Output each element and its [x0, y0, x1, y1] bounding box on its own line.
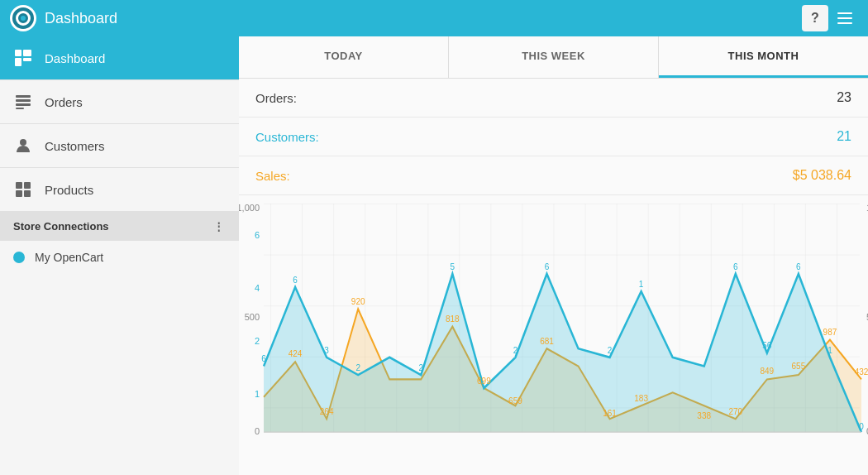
svg-text:56: 56	[762, 341, 771, 350]
svg-text:659: 659	[508, 396, 522, 405]
svg-text:699: 699	[477, 376, 491, 385]
svg-text:0: 0	[255, 426, 260, 436]
svg-text:818: 818	[446, 314, 460, 324]
svg-text:1: 1	[255, 388, 260, 398]
app-title: Dashboard	[45, 10, 802, 27]
customers-label: Customers:	[255, 130, 319, 144]
svg-point-11	[20, 139, 26, 146]
svg-text:5: 5	[451, 261, 455, 271]
svg-text:1: 1	[827, 345, 832, 354]
tab-this-month[interactable]: THIS MONTH	[659, 36, 868, 78]
svg-rect-7	[16, 95, 31, 98]
svg-text:183: 183	[634, 394, 648, 403]
stats-section: Orders: 23 Customers: 21 Sales: $5 038.6…	[239, 79, 868, 195]
svg-rect-0	[837, 12, 852, 14]
svg-text:849: 849	[760, 367, 774, 376]
svg-text:424: 424	[289, 349, 303, 358]
dashboard-icon	[13, 48, 33, 68]
menu-button[interactable]	[832, 5, 858, 31]
store-dot	[13, 252, 25, 263]
svg-text:6: 6	[255, 230, 260, 240]
tab-today[interactable]: TODAY	[239, 36, 449, 78]
svg-text:6: 6	[733, 261, 738, 271]
svg-rect-15	[24, 190, 31, 197]
title-bar: Dashboard ?	[0, 0, 868, 36]
svg-text:500: 500	[245, 312, 260, 322]
orders-label: Orders:	[255, 91, 297, 105]
svg-rect-14	[16, 190, 22, 197]
svg-text:6: 6	[293, 275, 298, 284]
svg-text:0: 0	[859, 422, 864, 431]
svg-text:681: 681	[540, 337, 554, 346]
svg-rect-10	[16, 108, 24, 109]
svg-rect-5	[15, 58, 21, 66]
store-connections-label: Store Connections	[13, 220, 109, 233]
sidebar-item-products[interactable]: Products	[0, 168, 239, 212]
svg-text:6: 6	[796, 261, 801, 271]
store-connections-header: Store Connections ⋮	[0, 212, 239, 241]
sidebar-products-label: Products	[45, 183, 93, 197]
svg-text:161: 161	[603, 409, 617, 418]
sales-value: $5 038.64	[793, 168, 851, 183]
store-item-label: My OpenCart	[35, 251, 103, 264]
sidebar-item-orders[interactable]: Orders	[0, 80, 239, 124]
sales-stat-row: Sales: $5 038.64	[239, 156, 868, 195]
svg-rect-1	[837, 17, 852, 19]
sidebar-item-customers[interactable]: Customers	[0, 124, 239, 168]
svg-text:432: 432	[855, 367, 868, 377]
svg-text:2: 2	[513, 345, 518, 354]
store-connections-menu[interactable]: ⋮	[213, 220, 226, 233]
chart-area: 1,000 500 0 6 4 2 1 424 264 920	[239, 195, 868, 475]
sales-label: Sales:	[255, 169, 290, 183]
svg-text:655: 655	[792, 361, 806, 370]
svg-text:1,000: 1,000	[239, 204, 260, 213]
svg-rect-2	[837, 22, 852, 24]
svg-rect-3	[15, 50, 21, 56]
svg-text:6: 6	[261, 354, 266, 363]
svg-rect-6	[23, 58, 31, 61]
main-layout: Dashboard Orders Customers	[0, 36, 868, 475]
content-area: TODAY THIS WEEK THIS MONTH Orders: 23 Cu…	[239, 36, 868, 475]
svg-text:920: 920	[351, 297, 365, 306]
svg-text:270: 270	[728, 407, 742, 416]
svg-rect-13	[24, 182, 31, 189]
store-item-opencart[interactable]: My OpenCart	[0, 241, 239, 274]
svg-text:1: 1	[639, 280, 644, 289]
logo-dot	[21, 16, 26, 21]
svg-text:264: 264	[320, 407, 334, 416]
svg-text:2: 2	[255, 336, 260, 346]
svg-rect-12	[16, 182, 22, 189]
svg-text:3: 3	[324, 345, 329, 354]
orders-stat-row: Orders: 23	[239, 79, 868, 118]
sidebar-item-dashboard[interactable]: Dashboard	[0, 36, 239, 80]
svg-text:4: 4	[255, 283, 260, 293]
svg-text:2: 2	[419, 363, 424, 372]
app-logo	[10, 5, 36, 31]
orders-icon	[13, 92, 33, 112]
products-icon	[13, 180, 33, 199]
svg-text:2: 2	[608, 345, 613, 354]
svg-text:2: 2	[355, 363, 360, 372]
customers-icon	[13, 136, 33, 156]
sidebar: Dashboard Orders Customers	[0, 36, 239, 475]
svg-rect-4	[23, 50, 31, 56]
sidebar-customers-label: Customers	[45, 139, 105, 153]
sidebar-dashboard-label: Dashboard	[45, 51, 105, 65]
logo-inner	[16, 11, 31, 26]
svg-rect-9	[16, 103, 31, 106]
tab-this-week[interactable]: THIS WEEK	[449, 36, 659, 78]
customers-stat-row: Customers: 21	[239, 118, 868, 156]
svg-text:6: 6	[545, 261, 550, 271]
svg-rect-8	[16, 99, 31, 102]
sidebar-orders-label: Orders	[45, 95, 83, 109]
customers-value: 21	[837, 129, 851, 144]
orders-value: 23	[837, 90, 851, 105]
tabs-bar: TODAY THIS WEEK THIS MONTH	[239, 36, 868, 79]
svg-text:987: 987	[823, 328, 837, 337]
svg-text:338: 338	[697, 411, 711, 420]
line-chart: 1,000 500 0 6 4 2 1 424 264 920	[239, 204, 868, 458]
help-button[interactable]: ?	[802, 5, 828, 31]
